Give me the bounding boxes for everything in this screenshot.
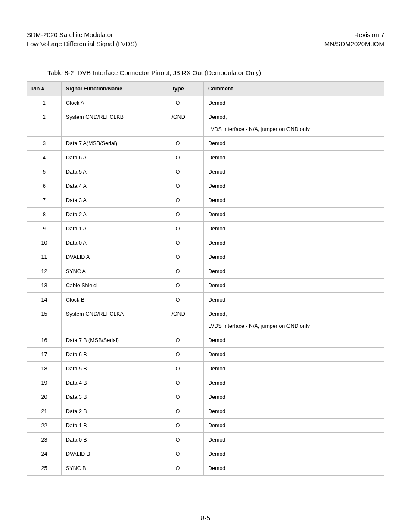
cell-pin: 15 — [27, 307, 62, 333]
cell-comment: Demod — [204, 390, 384, 404]
table-row: 8Data 2 AODemod — [27, 208, 384, 222]
comment-line: Demod — [208, 352, 380, 358]
header-right: Revision 7 MN/SDM2020M.IOM — [324, 30, 384, 48]
cell-pin: 16 — [27, 333, 62, 348]
cell-type: O — [152, 376, 204, 390]
comment-line: Demod — [208, 408, 380, 414]
table-row: 5Data 5 AODemod — [27, 165, 384, 179]
table-caption: Table 8-2. DVB Interface Connector Pinou… — [47, 69, 384, 76]
comment-line: Demod — [208, 337, 380, 343]
table-row: 13Cable ShieldODemod — [27, 279, 384, 293]
cell-comment: Demod — [204, 151, 384, 165]
cell-pin: 24 — [27, 447, 62, 461]
cell-type: O — [152, 293, 204, 307]
cell-signal: Data 6 A — [62, 151, 152, 165]
col-type: Type — [152, 82, 204, 96]
cell-signal: SYNC B — [62, 461, 152, 476]
cell-signal: Data 1 B — [62, 419, 152, 433]
cell-type: O — [152, 250, 204, 264]
cell-comment: Demod — [204, 96, 384, 110]
table-row: 22Data 1 BODemod — [27, 419, 384, 433]
cell-pin: 19 — [27, 376, 62, 390]
cell-signal: DVALID A — [62, 250, 152, 264]
comment-line: Demod — [208, 465, 380, 471]
cell-signal: Data 5 B — [62, 362, 152, 376]
comment-line: Demod — [208, 140, 380, 146]
cell-pin: 5 — [27, 165, 62, 179]
cell-type: O — [152, 279, 204, 293]
cell-type: O — [152, 433, 204, 447]
cell-signal: Cable Shield — [62, 279, 152, 293]
cell-type: O — [152, 151, 204, 165]
cell-comment: Demod — [204, 137, 384, 151]
cell-signal: Data 5 A — [62, 165, 152, 179]
table-row: 18Data 5 BODemod — [27, 362, 384, 376]
comment-line: Demod, — [208, 114, 380, 120]
table-body: 1Clock AODemod2System GND/REFCLKBI/GNDDe… — [27, 96, 384, 476]
table-row: 12SYNC AODemod — [27, 264, 384, 279]
cell-pin: 25 — [27, 461, 62, 476]
comment-line: Demod — [208, 183, 380, 189]
table-row: 15System GND/REFCLKAI/GNDDemod,LVDS Inte… — [27, 307, 384, 333]
comment-line: Demod — [208, 155, 380, 161]
header-docnum: MN/SDM2020M.IOM — [324, 39, 384, 48]
table-row: 21Data 2 BODemod — [27, 404, 384, 419]
cell-signal: Data 2 B — [62, 404, 152, 419]
cell-comment: Demod — [204, 250, 384, 264]
header-subtitle: Low Voltage Differential Signal (LVDS) — [27, 39, 137, 48]
table-row: 23Data 0 BODemod — [27, 433, 384, 447]
comment-line: Demod — [208, 366, 380, 372]
table-row: 2System GND/REFCLKBI/GNDDemod,LVDS Inter… — [27, 110, 384, 137]
cell-comment: Demod — [204, 222, 384, 236]
comment-line: Demod — [208, 240, 380, 246]
cell-signal: Clock B — [62, 293, 152, 307]
cell-type: O — [152, 461, 204, 476]
comment-line: Demod — [208, 394, 380, 400]
cell-comment: Demod — [204, 419, 384, 433]
comment-line: Demod — [208, 212, 380, 218]
table-row: 4Data 6 AODemod — [27, 151, 384, 165]
col-signal: Signal Function/Name — [62, 82, 152, 96]
cell-pin: 3 — [27, 137, 62, 151]
cell-signal: Data 7 B (MSB/Serial) — [62, 333, 152, 348]
comment-line: Demod, — [208, 311, 380, 317]
table-row: 6Data 4 AODemod — [27, 179, 384, 193]
table-row: 10Data 0 AODemod — [27, 236, 384, 250]
cell-type: O — [152, 222, 204, 236]
comment-line: Demod — [208, 226, 380, 232]
cell-comment: Demod — [204, 236, 384, 250]
cell-signal: Clock A — [62, 96, 152, 110]
cell-signal: Data 3 B — [62, 390, 152, 404]
header-revision: Revision 7 — [324, 30, 384, 39]
cell-pin: 14 — [27, 293, 62, 307]
col-comment: Comment — [204, 82, 384, 96]
table-row: 25SYNC BODemod — [27, 461, 384, 476]
cell-signal: Data 4 B — [62, 376, 152, 390]
cell-pin: 6 — [27, 179, 62, 193]
header-product: SDM-2020 Satellite Modulator — [27, 30, 137, 39]
page-number: 8-5 — [27, 514, 384, 522]
cell-comment: Demod — [204, 433, 384, 447]
table-row: 9Data 1 AODemod — [27, 222, 384, 236]
cell-pin: 8 — [27, 208, 62, 222]
cell-pin: 18 — [27, 362, 62, 376]
cell-signal: System GND/REFCLKA — [62, 307, 152, 333]
cell-signal: DVALID B — [62, 447, 152, 461]
cell-pin: 4 — [27, 151, 62, 165]
cell-comment: Demod — [204, 264, 384, 279]
cell-pin: 17 — [27, 348, 62, 362]
cell-type: O — [152, 96, 204, 110]
cell-signal: Data 2 A — [62, 208, 152, 222]
cell-pin: 9 — [27, 222, 62, 236]
cell-type: O — [152, 193, 204, 208]
comment-line: Demod — [208, 100, 380, 106]
comment-line: Demod — [208, 451, 380, 457]
cell-signal: System GND/REFCLKB — [62, 110, 152, 137]
cell-pin: 13 — [27, 279, 62, 293]
cell-pin: 10 — [27, 236, 62, 250]
cell-comment: Demod — [204, 447, 384, 461]
comment-line: Demod — [208, 437, 380, 443]
comment-line: Demod — [208, 380, 380, 386]
table-row: 7Data 3 AODemod — [27, 193, 384, 208]
cell-type: O — [152, 404, 204, 419]
